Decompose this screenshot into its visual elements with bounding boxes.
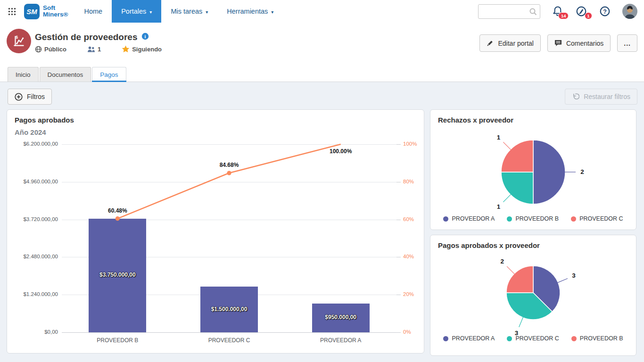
y-axis-label-left: $2.480.000,00 bbox=[15, 254, 58, 259]
nav-item-portales[interactable]: Portales ▾ bbox=[112, 0, 161, 23]
pie-aprobados: 332 bbox=[438, 250, 628, 332]
legend-item[interactable]: PROVEEDOR B bbox=[571, 335, 623, 342]
pagos-x-proveedor-card: Pagos aprobados x proveedor 332 PROVEEDO… bbox=[430, 235, 636, 356]
portal-tabs: Inicio Documentos Pagos bbox=[0, 65, 644, 82]
line-value-label: 84.68% bbox=[220, 162, 239, 168]
nav-item-herramientas[interactable]: Herramientas ▾ bbox=[217, 0, 283, 23]
rechazos-card: Rechazos x proveedor 211 PROVEEDOR A PRO… bbox=[430, 109, 636, 230]
search-box bbox=[478, 4, 540, 19]
legend-dot bbox=[507, 216, 512, 222]
x-axis-label: PROVEEDOR C bbox=[208, 337, 250, 344]
pie-callout-line bbox=[503, 142, 511, 149]
y-axis-label-right: 40% bbox=[403, 254, 414, 259]
nav-item-home[interactable]: Home bbox=[74, 0, 112, 23]
notifications-bell-icon[interactable]: 14 bbox=[552, 5, 564, 17]
legend-dot bbox=[443, 216, 448, 222]
axis-tick bbox=[396, 257, 401, 257]
members-count: 1 bbox=[98, 46, 101, 53]
y-axis-label-right: 60% bbox=[403, 216, 414, 222]
bell-badge: 14 bbox=[558, 12, 569, 20]
pencil-icon bbox=[487, 40, 494, 47]
x-axis-label: PROVEEDOR B bbox=[97, 337, 138, 344]
legend-dot bbox=[443, 336, 448, 341]
legend-dot bbox=[571, 216, 576, 222]
edit-portal-button[interactable]: Editar portal bbox=[479, 34, 540, 52]
legend-item[interactable]: PROVEEDOR B bbox=[507, 215, 559, 222]
y-axis-label-right: 80% bbox=[403, 179, 414, 184]
user-avatar[interactable] bbox=[622, 4, 637, 19]
pie-rechazos: 211 bbox=[438, 125, 628, 213]
chevron-down-icon: ▾ bbox=[206, 9, 208, 15]
svg-text:i: i bbox=[144, 34, 146, 39]
pie-callout-line bbox=[507, 266, 514, 274]
globe-icon bbox=[35, 46, 42, 53]
tab-inicio[interactable]: Inicio bbox=[8, 67, 39, 82]
chart-title: Rechazos x proveedor bbox=[438, 116, 628, 124]
line-point[interactable] bbox=[227, 171, 231, 175]
chart-title: Pagos aprobados x proveedor bbox=[438, 241, 628, 249]
help-icon[interactable]: ? bbox=[599, 5, 611, 17]
gridline bbox=[62, 332, 396, 333]
axis-tick bbox=[396, 295, 401, 295]
pie-callout-line bbox=[558, 279, 568, 283]
page-title: Gestión de proveedores bbox=[35, 32, 138, 42]
legend-item[interactable]: PROVEEDOR A bbox=[443, 215, 495, 222]
pending-activities-icon[interactable]: 1 bbox=[575, 5, 587, 17]
line-value-label: 100.00% bbox=[330, 148, 352, 155]
y-axis-label-right: 20% bbox=[403, 291, 414, 297]
cumulative-line bbox=[62, 144, 396, 332]
search-input[interactable] bbox=[482, 5, 530, 18]
x-axis-label: PROVEEDOR A bbox=[320, 337, 361, 344]
pagos-aprobados-card: Pagos aprobados Año 2024 $0,000%$1.240.0… bbox=[7, 109, 424, 354]
pie-legend: PROVEEDOR A PROVEEDOR B PROVEEDOR C bbox=[438, 215, 628, 222]
pie-value-label: 3 bbox=[572, 272, 576, 279]
legend-item[interactable]: PROVEEDOR A bbox=[443, 335, 495, 342]
axis-tick bbox=[396, 182, 401, 182]
app-logo[interactable]: SM Soft Miners® bbox=[24, 4, 68, 19]
legend-dot bbox=[571, 336, 577, 341]
search-icon[interactable] bbox=[529, 8, 537, 18]
restore-filters-button[interactable]: Restaurar filtros bbox=[565, 89, 637, 105]
axis-tick bbox=[396, 144, 401, 145]
more-actions-button[interactable]: ... bbox=[617, 34, 637, 52]
svg-text:$: $ bbox=[16, 35, 18, 40]
legend-dot bbox=[507, 336, 512, 341]
svg-text:?: ? bbox=[603, 8, 607, 15]
y-axis-label-left: $4.960.000,00 bbox=[15, 179, 58, 184]
tab-documentos[interactable]: Documentos bbox=[40, 67, 91, 82]
line-point[interactable] bbox=[116, 216, 120, 221]
apps-grid-icon[interactable] bbox=[8, 7, 17, 16]
y-axis-label-right: 100% bbox=[403, 141, 417, 147]
comments-button[interactable]: Comentarios bbox=[547, 34, 611, 52]
nav-item-mis-tareas[interactable]: Mis tareas ▾ bbox=[161, 0, 217, 23]
info-icon[interactable]: i bbox=[141, 33, 149, 42]
y-axis-label-left: $3.720.000,00 bbox=[15, 216, 58, 222]
pie-value-label: 1 bbox=[497, 134, 501, 141]
star-icon bbox=[122, 45, 130, 53]
chart-title: Pagos aprobados bbox=[15, 116, 416, 124]
filters-button[interactable]: Filtros bbox=[8, 89, 52, 105]
pie-value-label: 2 bbox=[500, 258, 504, 265]
visibility-item: Público bbox=[35, 46, 66, 53]
y-axis-label-left: $1.240.000,00 bbox=[15, 291, 58, 297]
activities-badge: 1 bbox=[585, 12, 592, 20]
members-icon bbox=[87, 46, 95, 52]
pie-value-label: 3 bbox=[515, 329, 519, 337]
cumulative-polyline bbox=[117, 144, 340, 219]
axis-tick bbox=[396, 332, 401, 333]
following-item[interactable]: Siguiendo bbox=[122, 45, 162, 53]
tab-pagos[interactable]: Pagos bbox=[92, 67, 126, 82]
axis-tick bbox=[396, 220, 401, 220]
plus-circle-icon bbox=[15, 93, 23, 101]
pie-legend: PROVEEDOR A PROVEEDOR C PROVEEDOR B bbox=[438, 335, 628, 342]
pie-slice-proveedor-a[interactable] bbox=[533, 140, 565, 204]
logo-name: Soft Miners® bbox=[43, 5, 68, 18]
y-axis-label-right: 0% bbox=[403, 329, 411, 335]
members-item[interactable]: 1 bbox=[87, 46, 101, 53]
reset-icon bbox=[572, 93, 579, 100]
pie-callout-line bbox=[503, 194, 511, 202]
y-axis-label-left: $0,00 bbox=[15, 329, 58, 335]
main-nav: Home Portales ▾ Mis tareas ▾ Herramienta… bbox=[74, 0, 283, 23]
legend-item[interactable]: PROVEEDOR C bbox=[571, 215, 623, 222]
y-axis-label-left: $6.200.000,00 bbox=[15, 141, 58, 147]
